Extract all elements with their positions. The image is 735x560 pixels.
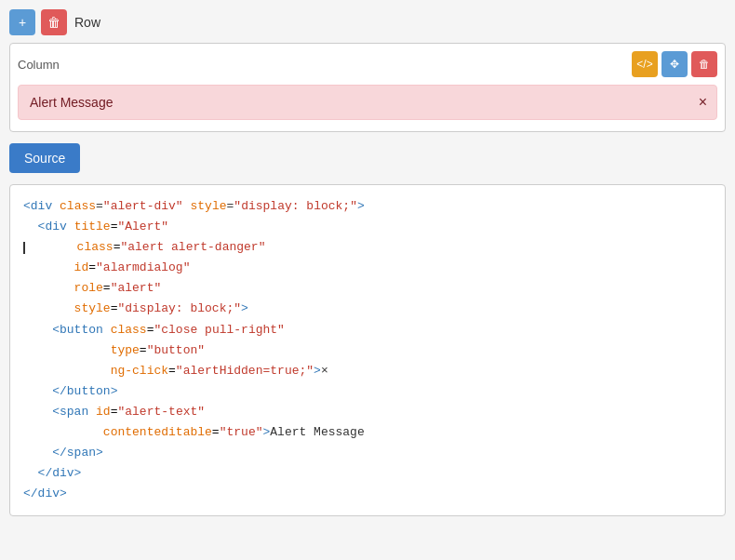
move-button[interactable]: ✥ (662, 51, 688, 77)
code-line-1: <div (23, 199, 52, 213)
move-icon: ✥ (670, 58, 679, 71)
code-icon: </> (636, 58, 652, 71)
column-label: Column (18, 58, 60, 72)
delete-icon: 🗑 (699, 58, 710, 71)
code-editor: <div class="alert-div" style="display: b… (9, 184, 726, 516)
column-header: Column </> ✥ 🗑 (18, 51, 717, 77)
cursor (23, 242, 25, 254)
code-button[interactable]: </> (632, 51, 658, 77)
alert-close-button[interactable]: × (699, 95, 707, 110)
source-button[interactable]: Source (9, 143, 80, 173)
trash-icon: 🗑 (47, 15, 60, 30)
alert-message-box: Alert Message × (18, 85, 717, 120)
delete-column-button[interactable]: 🗑 (691, 51, 717, 77)
alert-text: Alert Message (30, 95, 113, 110)
add-icon: + (19, 15, 26, 30)
toolbar: + 🗑 Row (9, 9, 726, 35)
row-label: Row (74, 15, 100, 30)
column-actions: </> ✥ 🗑 (632, 51, 717, 77)
delete-row-button[interactable]: 🗑 (41, 9, 67, 35)
add-row-button[interactable]: + (9, 9, 35, 35)
column-container: Column </> ✥ 🗑 Alert Message × (9, 43, 726, 132)
